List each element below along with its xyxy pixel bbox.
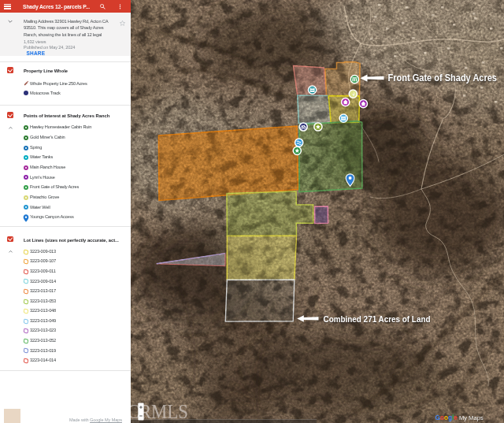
svg-text:Google My Maps: Google My Maps — [435, 414, 484, 421]
svg-text:Front Gate of Shady Acres: Front Gate of Shady Acres — [388, 72, 498, 83]
svg-text:CRMLS: CRMLS — [128, 401, 188, 422]
svg-text:Combined 271 Acres of Land: Combined 271 Acres of Land — [324, 314, 431, 325]
